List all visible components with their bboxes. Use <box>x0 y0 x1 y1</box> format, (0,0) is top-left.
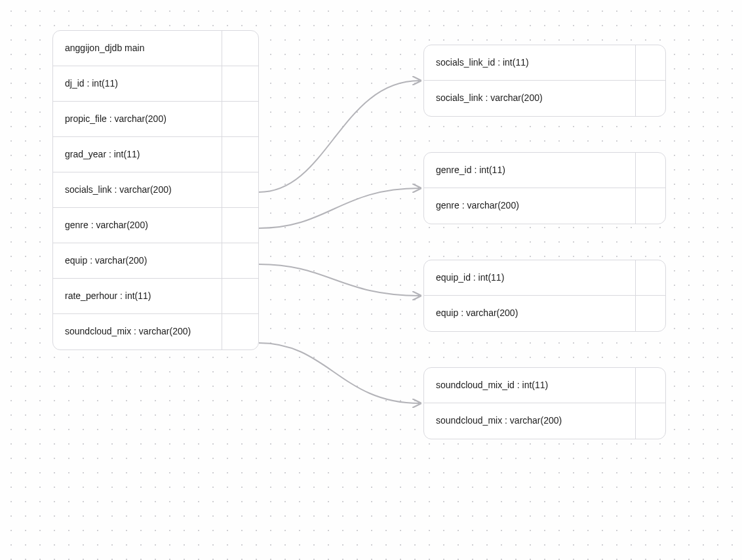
field-tail[interactable] <box>635 45 665 80</box>
field-label: equip : varchar(200) <box>53 244 222 278</box>
main-table-row[interactable]: genre : varchar(200) <box>53 208 258 243</box>
table-row[interactable]: soundcloud_mix : varchar(200) <box>424 403 665 439</box>
table-row[interactable]: genre_id : int(11) <box>424 153 665 188</box>
field-label: genre : varchar(200) <box>424 189 635 223</box>
field-tail[interactable] <box>222 279 258 313</box>
main-table-row[interactable]: grad_year : int(11) <box>53 137 258 172</box>
field-label: socials_link_id : int(11) <box>424 46 635 80</box>
equip-table[interactable]: equip_id : int(11) equip : varchar(200) <box>423 260 666 332</box>
field-label: soundcloud_mix_id : int(11) <box>424 369 635 403</box>
field-tail[interactable] <box>635 153 665 188</box>
field-label: soundcloud_mix : varchar(200) <box>424 404 635 438</box>
table-row[interactable]: soundcloud_mix_id : int(11) <box>424 368 665 403</box>
main-table-header[interactable]: anggijon_djdb main <box>53 31 258 66</box>
table-row[interactable]: socials_link_id : int(11) <box>424 45 665 81</box>
main-table-row[interactable]: propic_file : varchar(200) <box>53 102 258 137</box>
table-row[interactable]: equip : varchar(200) <box>424 296 665 331</box>
field-label: genre : varchar(200) <box>53 209 222 243</box>
field-label: grad_year : int(11) <box>53 138 222 172</box>
main-table-row[interactable]: rate_perhour : int(11) <box>53 279 258 314</box>
main-table-header-label: anggijon_djdb main <box>53 31 222 66</box>
field-tail[interactable] <box>635 368 665 403</box>
main-table-row[interactable]: dj_id : int(11) <box>53 66 258 102</box>
socials-table[interactable]: socials_link_id : int(11) socials_link :… <box>423 45 666 117</box>
field-label: genre_id : int(11) <box>424 153 635 188</box>
main-table-row[interactable]: socials_link : varchar(200) <box>53 172 258 208</box>
field-tail[interactable] <box>635 403 665 439</box>
field-label: propic_file : varchar(200) <box>53 102 222 136</box>
field-tail[interactable] <box>222 172 258 207</box>
field-label: dj_id : int(11) <box>53 67 222 101</box>
field-tail[interactable] <box>635 260 665 295</box>
main-table-row[interactable]: equip : varchar(200) <box>53 243 258 279</box>
field-tail[interactable] <box>222 137 258 172</box>
field-tail[interactable] <box>635 81 665 116</box>
field-tail[interactable] <box>222 66 258 101</box>
genre-table[interactable]: genre_id : int(11) genre : varchar(200) <box>423 152 666 224</box>
field-label: equip_id : int(11) <box>424 261 635 295</box>
main-table-header-tail[interactable] <box>222 31 258 66</box>
table-row[interactable]: equip_id : int(11) <box>424 260 665 296</box>
main-table-row[interactable]: soundcloud_mix : varchar(200) <box>53 314 258 350</box>
field-label: socials_link : varchar(200) <box>53 173 222 207</box>
field-tail[interactable] <box>635 188 665 224</box>
field-tail[interactable] <box>222 314 258 350</box>
field-label: rate_perhour : int(11) <box>53 279 222 313</box>
soundcloud-table[interactable]: soundcloud_mix_id : int(11) soundcloud_m… <box>423 367 666 439</box>
main-table[interactable]: anggijon_djdb main dj_id : int(11) propi… <box>52 30 259 350</box>
field-tail[interactable] <box>222 208 258 243</box>
table-row[interactable]: genre : varchar(200) <box>424 188 665 224</box>
field-label: equip : varchar(200) <box>424 296 635 330</box>
table-row[interactable]: socials_link : varchar(200) <box>424 81 665 116</box>
field-tail[interactable] <box>222 243 258 278</box>
field-label: soundcloud_mix : varchar(200) <box>53 315 222 349</box>
field-label: socials_link : varchar(200) <box>424 81 635 115</box>
field-tail[interactable] <box>635 296 665 331</box>
field-tail[interactable] <box>222 102 258 136</box>
